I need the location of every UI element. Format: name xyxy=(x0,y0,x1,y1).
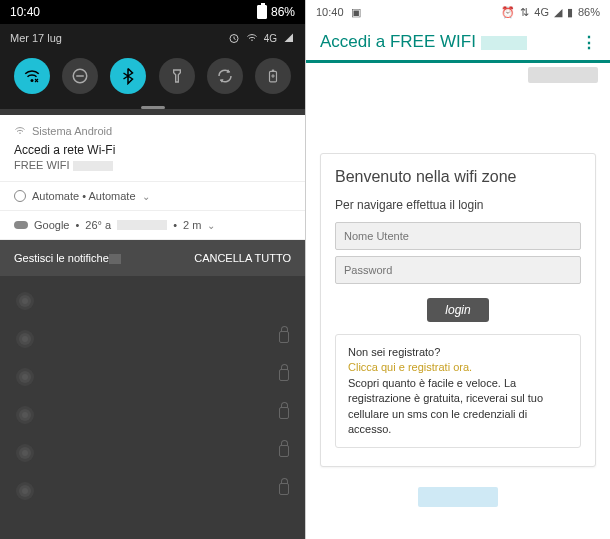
manage-notifications-button[interactable]: Gestisci le notifiche xyxy=(14,252,121,264)
notif-app-name: Sistema Android xyxy=(32,125,112,137)
notif-title: Accedi a rete Wi-Fi xyxy=(14,143,291,157)
battery-icon xyxy=(257,5,267,19)
password-field[interactable] xyxy=(335,256,581,284)
redacted-text xyxy=(481,36,527,50)
lock-icon xyxy=(279,369,289,381)
wifi-login-notification[interactable]: Sistema Android Accedi a rete Wi-Fi FREE… xyxy=(0,115,305,182)
bluetooth-tile[interactable] xyxy=(110,58,146,94)
arrows-icon: ⇅ xyxy=(520,6,529,19)
wifi-signal-icon xyxy=(16,480,34,498)
status-time: 10:40 xyxy=(316,6,344,18)
chevron-down-icon: ⌄ xyxy=(207,220,215,231)
left-screenshot: 10:40 86% Mer 17 lug 4G xyxy=(0,0,305,539)
wifi-network-row[interactable] xyxy=(0,394,305,432)
battery-saver-tile[interactable] xyxy=(255,58,291,94)
wifi-signal-icon xyxy=(16,328,34,346)
google-temp: 26° a xyxy=(85,219,111,231)
wifi-signal-icon xyxy=(16,404,34,422)
wifi-network-row[interactable] xyxy=(0,470,305,508)
status-bar: 10:40 86% xyxy=(0,0,305,24)
dnd-tile[interactable] xyxy=(62,58,98,94)
status-time: 10:40 xyxy=(10,5,40,19)
wifi-tile[interactable] xyxy=(14,58,50,94)
rotate-tile[interactable] xyxy=(207,58,243,94)
dnd-icon xyxy=(71,67,89,85)
redacted-text xyxy=(117,220,167,230)
quick-settings-panel: Mer 17 lug 4G xyxy=(0,24,305,109)
alarm-icon: ⏰ xyxy=(501,6,515,19)
redacted-text xyxy=(109,254,121,264)
username-field[interactable] xyxy=(335,222,581,250)
wifi-signal-icon xyxy=(16,290,34,308)
wifi-network-row[interactable] xyxy=(0,318,305,356)
register-link[interactable]: Clicca qui e registrati ora. xyxy=(348,360,568,375)
screenshot-icon: ▣ xyxy=(351,6,361,18)
wifi-network-row[interactable] xyxy=(0,432,305,470)
register-card: Non sei registrato? Clicca qui e registr… xyxy=(335,334,581,448)
signal-icon: ◢ xyxy=(554,6,562,19)
wifi-signal-icon xyxy=(16,366,34,384)
app-bar: Accedi a FREE WIFI ⋮ xyxy=(306,24,610,60)
clear-all-button[interactable]: CANCELLA TUTTO xyxy=(194,252,291,264)
chevron-down-icon: ⌄ xyxy=(142,191,150,202)
qs-date: Mer 17 lug xyxy=(10,32,62,44)
battery-pct: 86% xyxy=(271,5,295,19)
signal-icon xyxy=(283,32,295,44)
wifi-icon xyxy=(246,32,258,44)
lock-icon xyxy=(279,331,289,343)
qs-status-icons: 4G xyxy=(228,32,295,44)
register-description: Scopri quanto è facile e veloce. La regi… xyxy=(348,376,568,438)
qs-expand-handle[interactable] xyxy=(141,106,165,109)
network-label: 4G xyxy=(264,33,277,44)
wifi-signal-icon xyxy=(16,442,34,460)
login-button[interactable]: login xyxy=(427,298,488,322)
network-label: 4G xyxy=(534,6,549,18)
svg-rect-5 xyxy=(272,70,274,72)
automate-label: Automate • Automate xyxy=(32,190,136,202)
login-subheading: Per navigare effettua il login xyxy=(335,198,581,212)
redacted-text xyxy=(73,161,113,171)
login-heading: Benvenuto nella wifi zone xyxy=(335,168,581,186)
wifi-network-row[interactable] xyxy=(0,356,305,394)
alarm-icon xyxy=(228,32,240,44)
battery-icon: ▮ xyxy=(567,6,573,19)
right-screenshot: 10:40 ▣ ⏰ ⇅ 4G ◢ ▮ 86% Accedi a FREE WIF… xyxy=(305,0,610,539)
lock-icon xyxy=(279,483,289,495)
redacted-text xyxy=(528,67,598,83)
wifi-network-row[interactable] xyxy=(0,280,305,318)
battery-pct: 86% xyxy=(578,6,600,18)
flashlight-tile[interactable] xyxy=(159,58,195,94)
flashlight-icon xyxy=(169,68,185,84)
login-card: Benvenuto nella wifi zone Per navigare e… xyxy=(320,153,596,467)
svg-point-1 xyxy=(31,79,34,82)
wifi-list-background xyxy=(0,276,305,508)
wifi-x-icon xyxy=(23,67,41,85)
status-bar: 10:40 ▣ ⏰ ⇅ 4G ◢ ▮ 86% xyxy=(306,0,610,24)
redacted-footer xyxy=(418,487,498,507)
cloud-icon xyxy=(14,221,28,229)
battery-saver-icon xyxy=(266,67,280,85)
google-notification[interactable]: Google • 26° a • 2 m ⌄ xyxy=(0,211,305,240)
more-options-button[interactable]: ⋮ xyxy=(581,33,596,52)
wifi-small-icon xyxy=(14,125,26,137)
gear-icon xyxy=(14,190,26,202)
lock-icon xyxy=(279,445,289,457)
register-question: Non sei registrato? xyxy=(348,345,568,360)
automate-notification[interactable]: Automate • Automate ⌄ xyxy=(0,182,305,211)
notif-body-text: FREE WIFI xyxy=(14,159,70,171)
bluetooth-icon xyxy=(119,67,137,85)
google-distance: 2 m xyxy=(183,219,201,231)
rotate-icon xyxy=(216,67,234,85)
google-label: Google xyxy=(34,219,69,231)
lock-icon xyxy=(279,407,289,419)
page-title: Accedi a FREE WIFI xyxy=(320,32,476,51)
